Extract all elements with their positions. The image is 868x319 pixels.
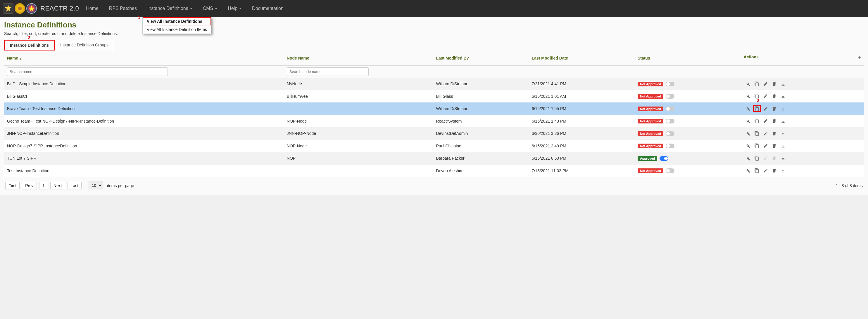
- copy-icon[interactable]: [753, 168, 761, 174]
- wrench-icon[interactable]: [744, 105, 752, 112]
- approve-toggle[interactable]: [666, 168, 675, 173]
- pencil-icon[interactable]: [762, 130, 770, 137]
- cell-node-name: [284, 165, 433, 177]
- copy-icon[interactable]: [753, 80, 761, 87]
- svg-marker-0: [5, 5, 12, 12]
- pencil-icon[interactable]: [762, 105, 770, 112]
- filter-row: [4, 66, 864, 78]
- page-size-select[interactable]: 10: [89, 181, 103, 189]
- table-row[interactable]: NOP-Design7-SIPR-InstanceDefinitionNOP-N…: [4, 140, 864, 152]
- approve-toggle[interactable]: [659, 156, 668, 161]
- trash-icon[interactable]: [771, 80, 778, 87]
- wrench-icon[interactable]: [744, 93, 752, 100]
- pager-range: 1 - 8 of 8 items: [836, 183, 863, 188]
- trash-icon[interactable]: [771, 105, 778, 112]
- download-icon[interactable]: [779, 130, 787, 137]
- col-node-name[interactable]: Node Name: [284, 50, 433, 66]
- pencil-icon[interactable]: [762, 80, 770, 87]
- download-icon[interactable]: [779, 80, 787, 87]
- copy-icon[interactable]: [753, 155, 761, 162]
- nav-home[interactable]: Home: [86, 6, 98, 11]
- download-icon[interactable]: [779, 105, 787, 112]
- approve-toggle[interactable]: [666, 82, 675, 86]
- col-label: Name: [7, 56, 18, 61]
- approve-toggle[interactable]: [666, 94, 675, 99]
- approve-toggle[interactable]: [666, 144, 675, 148]
- col-last-modified-by[interactable]: Last Modified By: [433, 50, 529, 66]
- search-name-input[interactable]: [7, 67, 168, 76]
- pencil-icon[interactable]: [762, 93, 770, 100]
- wrench-icon[interactable]: [744, 118, 752, 124]
- pager-next[interactable]: Next: [50, 182, 65, 189]
- nav-rps-patches[interactable]: RPS Patches: [109, 6, 137, 11]
- dropdown-item-label: View All Instance Definition Items: [147, 27, 207, 32]
- copy-icon[interactable]: [753, 143, 761, 149]
- cell-modified-date: 7/21/2021 4:41 PM: [529, 78, 635, 90]
- nav-help[interactable]: Help: [228, 6, 242, 11]
- pencil-icon[interactable]: [762, 143, 770, 149]
- nav-instance-definitions[interactable]: Instance Definitions: [147, 6, 192, 11]
- copy-icon[interactable]: [753, 130, 761, 137]
- approve-toggle[interactable]: [666, 107, 675, 111]
- download-icon[interactable]: [779, 143, 787, 149]
- pencil-icon[interactable]: [762, 118, 770, 124]
- table-row[interactable]: TCN Lot 7 SIPRNOPBarbara Packer6/15/2021…: [4, 152, 864, 165]
- copy-icon[interactable]: [753, 93, 761, 100]
- trash-icon[interactable]: [771, 93, 778, 100]
- wrench-icon[interactable]: [744, 168, 752, 174]
- trash-icon[interactable]: [771, 143, 778, 149]
- col-actions: Actions +: [741, 50, 864, 66]
- seal-icon: [14, 3, 25, 14]
- pencil-icon[interactable]: [762, 168, 770, 174]
- trash-icon[interactable]: [771, 168, 778, 174]
- wrench-icon[interactable]: [744, 155, 752, 162]
- navbar: REACTR 2.0 Home RPS Patches Instance Def…: [0, 0, 868, 17]
- table-row[interactable]: Test Instance DefinitionDevon Aleshire7/…: [4, 165, 864, 177]
- brand: REACTR 2.0: [40, 5, 79, 12]
- pager-prev[interactable]: Prev: [22, 182, 37, 189]
- wrench-icon[interactable]: [744, 130, 752, 137]
- col-last-modified-date[interactable]: Last Modified Date: [529, 50, 635, 66]
- table-row[interactable]: Gecho Team - Test NOP-Design7-NIPR-Insta…: [4, 115, 864, 128]
- trash-icon[interactable]: [771, 130, 778, 137]
- copy-icon[interactable]: [753, 118, 761, 124]
- col-label: Status: [638, 56, 650, 61]
- pager-page-number[interactable]: 1: [39, 182, 48, 189]
- pager-first[interactable]: First: [5, 182, 20, 189]
- cell-node-name: NOP-Node: [284, 140, 433, 152]
- nav-instdef-label: Instance Definitions: [147, 6, 188, 11]
- nav-cms[interactable]: CMS: [203, 6, 218, 11]
- dropdown-view-all-instance-definitions[interactable]: View All Instance Definitions: [143, 17, 211, 25]
- callout-2: 2: [28, 35, 30, 40]
- col-status[interactable]: Status: [635, 50, 741, 66]
- nav-items: Home RPS Patches Instance Definitions CM…: [86, 6, 284, 11]
- search-node-input[interactable]: [287, 67, 369, 76]
- download-icon[interactable]: [779, 168, 787, 174]
- instance-definitions-table: Name Node Name Last Modified By Last Mod…: [4, 50, 864, 177]
- wrench-icon[interactable]: [744, 143, 752, 149]
- army-logo-icon: [3, 3, 13, 14]
- nav-documentation[interactable]: Documentation: [252, 6, 284, 11]
- approve-toggle[interactable]: [666, 131, 675, 136]
- trash-icon[interactable]: [771, 118, 778, 124]
- download-icon[interactable]: [779, 155, 787, 162]
- download-icon[interactable]: [779, 118, 787, 124]
- table-row[interactable]: BillD - Simple Instance DefinitionMyNode…: [4, 78, 864, 90]
- pager-last[interactable]: Last: [67, 182, 82, 189]
- tab-instance-definition-groups[interactable]: Instance Definition Groups: [55, 40, 114, 50]
- tab-instance-definitions[interactable]: Instance Definitions: [4, 40, 55, 50]
- wrench-icon[interactable]: [744, 80, 752, 87]
- table-row[interactable]: JNN-NOP-InstanceDefinitionJNN-NOP-NodeDe…: [4, 127, 864, 140]
- copy-icon[interactable]: [753, 105, 761, 112]
- cell-modified-date: 6/16/2021 2:49 PM: [529, 140, 635, 152]
- col-name[interactable]: Name: [4, 50, 284, 66]
- approve-toggle[interactable]: [666, 119, 675, 123]
- download-icon[interactable]: [779, 93, 787, 100]
- page-title: Instance Definitions: [4, 21, 864, 30]
- callout-1: 1: [138, 15, 140, 20]
- table-row[interactable]: Bravo Team - Test Instance DefinitionWil…: [4, 102, 864, 115]
- add-button[interactable]: +: [858, 55, 861, 61]
- dropdown-view-all-instance-definition-items[interactable]: View All Instance Definition Items: [143, 25, 211, 34]
- nav-docs-label: Documentation: [252, 6, 284, 11]
- table-row[interactable]: BillGlassCIBillHumVeeBill Glass6/16/2021…: [4, 90, 864, 103]
